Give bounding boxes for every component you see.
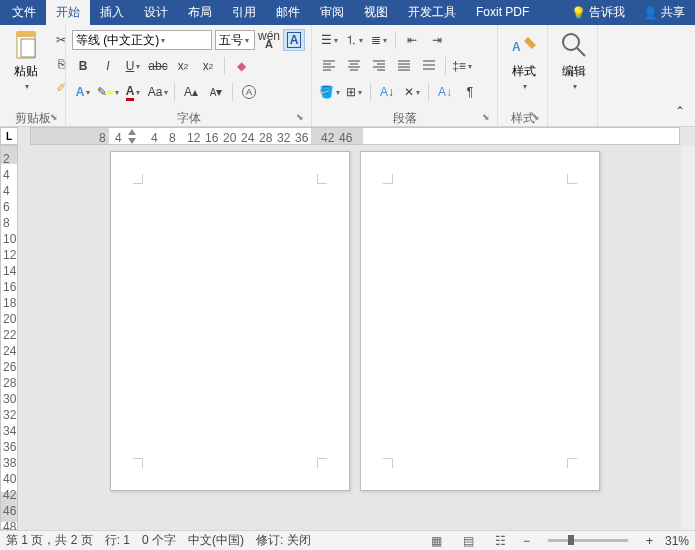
tab-review[interactable]: 审阅 <box>310 0 354 25</box>
show-marks-button[interactable]: A↓ <box>434 81 456 103</box>
tab-design[interactable]: 设计 <box>134 0 178 25</box>
enclose-characters-button[interactable]: A <box>238 81 260 103</box>
svg-text:A: A <box>512 40 521 54</box>
distributed-button[interactable] <box>418 55 440 77</box>
vertical-scrollbar[interactable] <box>681 145 695 530</box>
ribbon: 粘贴▾ ✂ ⎘ ✐ 剪贴板⬊ 等线 (中文正文)▾ 五号▾ wénA A B I… <box>0 25 695 127</box>
svg-point-4 <box>563 34 579 50</box>
tab-selector[interactable]: L <box>0 127 18 145</box>
status-track-changes[interactable]: 修订: 关闭 <box>256 532 311 549</box>
font-size-dropdown[interactable]: 五号▾ <box>215 30 255 50</box>
bullets-icon: ☰ <box>321 33 332 47</box>
paragraph-launcher[interactable]: ⬊ <box>481 112 491 122</box>
group-clipboard-label: 剪贴板 <box>15 111 51 125</box>
highlight-button[interactable]: ✎▾ <box>97 81 119 103</box>
collapse-ribbon-button[interactable]: ⌃ <box>669 100 691 122</box>
editing-button[interactable]: 编辑▾ <box>552 27 596 93</box>
multilevel-icon: ≣ <box>371 33 381 47</box>
tab-view[interactable]: 视图 <box>354 0 398 25</box>
zoom-out-button[interactable]: − <box>523 534 530 548</box>
superscript-button[interactable]: x2 <box>197 55 219 77</box>
strikethrough-button[interactable]: abc <box>147 55 169 77</box>
page-1[interactable] <box>110 151 350 491</box>
share-button[interactable]: 👤共享 <box>635 4 693 21</box>
find-icon <box>558 29 590 61</box>
eraser-icon: ◆ <box>237 59 246 73</box>
tab-layout[interactable]: 布局 <box>178 0 222 25</box>
paste-button[interactable]: 粘贴▾ <box>4 27 48 93</box>
horizontal-ruler[interactable]: 8 4 4 8 12 16 20 24 28 32 36 42 46 <box>30 127 680 145</box>
tab-developer[interactable]: 开发工具 <box>398 0 466 25</box>
status-bar: 第 1 页，共 2 页 行: 1 0 个字 中文(中国) 修订: 关闭 ▦ ▤ … <box>0 530 695 550</box>
page-2[interactable] <box>360 151 600 491</box>
font-name-dropdown[interactable]: 等线 (中文正文)▾ <box>72 30 212 50</box>
bullets-button[interactable]: ☰▾ <box>318 29 340 51</box>
group-paragraph-label: 段落 <box>393 111 417 125</box>
svg-rect-2 <box>21 39 35 57</box>
tab-home[interactable]: 开始 <box>46 0 90 25</box>
subscript-button[interactable]: x2 <box>172 55 194 77</box>
numbering-button[interactable]: ⒈▾ <box>343 29 365 51</box>
tab-insert[interactable]: 插入 <box>90 0 134 25</box>
asian-layout-button[interactable]: ✕▾ <box>401 81 423 103</box>
change-case-button[interactable]: Aa▾ <box>147 81 169 103</box>
styles-icon: A <box>508 29 540 61</box>
text-effects-button[interactable]: A▾ <box>72 81 94 103</box>
borders-button[interactable]: ⊞▾ <box>343 81 365 103</box>
zoom-slider[interactable] <box>548 539 628 542</box>
align-center-button[interactable] <box>343 55 365 77</box>
tab-foxit[interactable]: Foxit PDF <box>466 0 539 25</box>
tab-references[interactable]: 引用 <box>222 0 266 25</box>
sort-button[interactable]: A↓ <box>376 81 398 103</box>
bold-button[interactable]: B <box>72 55 94 77</box>
shading-button[interactable]: 🪣▾ <box>318 81 340 103</box>
tab-file[interactable]: 文件 <box>2 0 46 25</box>
multilevel-list-button[interactable]: ≣▾ <box>368 29 390 51</box>
scissors-icon: ✂ <box>56 33 66 47</box>
increase-indent-button[interactable]: ⇥ <box>426 29 448 51</box>
styles-launcher[interactable]: ⬊ <box>531 112 541 122</box>
numbering-icon: ⒈ <box>345 32 357 49</box>
vertical-ruler[interactable]: 2446810121416182022242628303234363840424… <box>0 145 18 530</box>
line-spacing-button[interactable]: ‡≡▾ <box>451 55 473 77</box>
font-color-button[interactable]: A▾ <box>122 81 144 103</box>
zoom-level[interactable]: 31% <box>665 534 689 548</box>
justify-button[interactable] <box>393 55 415 77</box>
status-page[interactable]: 第 1 页，共 2 页 <box>6 532 93 549</box>
align-left-button[interactable] <box>318 55 340 77</box>
read-mode-button[interactable]: ▦ <box>427 533 447 549</box>
share-icon: 👤 <box>643 6 658 20</box>
print-layout-button[interactable]: ▤ <box>459 533 479 549</box>
underline-button[interactable]: U▾ <box>122 55 144 77</box>
clipboard-icon <box>10 29 42 61</box>
menu-bar: 文件 开始 插入 设计 布局 引用 邮件 审阅 视图 开发工具 Foxit PD… <box>0 0 695 25</box>
character-border-button[interactable]: A <box>283 29 305 51</box>
chevron-down-icon: ▾ <box>25 82 29 91</box>
status-line[interactable]: 行: 1 <box>105 532 130 549</box>
tell-me[interactable]: 💡告诉我 <box>563 4 633 21</box>
clipboard-launcher[interactable]: ⬊ <box>49 112 59 122</box>
decrease-indent-button[interactable]: ⇤ <box>401 29 423 51</box>
border-icon: ⊞ <box>346 85 356 99</box>
status-language[interactable]: 中文(中国) <box>188 532 244 549</box>
lightbulb-icon: 💡 <box>571 6 586 20</box>
workspace: L 8 4 4 8 12 16 20 24 28 32 36 42 46 244… <box>0 127 695 530</box>
clear-formatting-button[interactable]: ◆ <box>230 55 252 77</box>
copy-icon: ⎘ <box>58 57 65 71</box>
phonetic-guide-button[interactable]: wénA <box>258 29 280 51</box>
italic-button[interactable]: I <box>97 55 119 77</box>
svg-rect-1 <box>16 31 36 37</box>
tab-mailings[interactable]: 邮件 <box>266 0 310 25</box>
group-font-label: 字体 <box>177 111 201 125</box>
highlighter-icon: ✎ <box>97 85 107 99</box>
zoom-in-button[interactable]: + <box>646 534 653 548</box>
styles-button[interactable]: A 样式▾ <box>502 27 546 93</box>
status-words[interactable]: 0 个字 <box>142 532 176 549</box>
align-right-button[interactable] <box>368 55 390 77</box>
shrink-font-button[interactable]: A▾ <box>205 81 227 103</box>
grow-font-button[interactable]: A▴ <box>180 81 202 103</box>
font-launcher[interactable]: ⬊ <box>295 112 305 122</box>
web-layout-button[interactable]: ☷ <box>491 533 511 549</box>
paint-bucket-icon: 🪣 <box>319 85 334 99</box>
paragraph-marks-button[interactable]: ¶ <box>459 81 481 103</box>
